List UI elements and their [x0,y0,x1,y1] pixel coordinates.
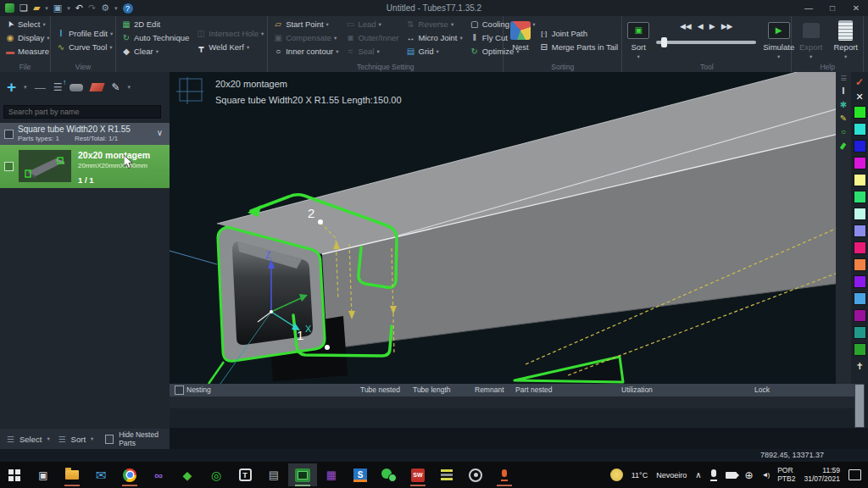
part-group-header[interactable]: Square tube Width20 X R1.55 Parts types:… [0,123,170,145]
palette-color-swatch[interactable] [854,292,866,305]
grid-button[interactable]: ▤Grid▾ [406,46,463,57]
t-app-button[interactable]: T [231,463,259,486]
eraser-icon[interactable] [90,83,105,92]
column-header[interactable]: Utilization [621,385,653,394]
palette-x-icon[interactable]: ✕ [855,92,863,103]
weather-temp[interactable]: 11°C [632,471,648,480]
slider-thumb[interactable] [661,37,667,47]
select-button[interactable]: ➤Select▾ [5,19,49,30]
save-icon[interactable]: ▣ [53,0,62,16]
palette-check-icon[interactable]: ✓ [855,76,864,88]
open-caret-icon[interactable]: ▾ [45,5,48,12]
circle-tool-icon[interactable]: ○ [841,128,846,136]
curve-tool-button[interactable]: ∿Curve Tool▾ [56,42,113,53]
column-header[interactable]: Tube length [413,385,451,394]
hide-nested-checkbox[interactable] [105,435,114,444]
wechat-button[interactable] [375,463,403,486]
part-list-item-selected[interactable]: 20x20 montagem 20mmX20mmX150mm 1 / 1 [0,145,170,188]
help-icon[interactable]: ? [123,3,133,14]
obs-button[interactable] [461,463,490,486]
column-header[interactable]: Lock [754,385,770,394]
sort-parts-button[interactable]: Sort [71,435,86,444]
clear-button[interactable]: ◆Clear▾ [121,46,189,57]
microphone-app-button[interactable] [490,463,519,486]
tube-icon[interactable] [70,84,83,92]
mail-button[interactable]: ✉ [86,463,115,486]
select-parts-button[interactable]: Select [19,435,42,444]
simulation-speed-slider[interactable] [656,41,756,44]
printer-app-button[interactable]: ▤ [259,463,288,486]
step-forward-fast-button[interactable]: ▶▶ [721,22,733,30]
chrome-button[interactable] [115,463,144,486]
green-diamond-app-button[interactable]: ◆ [173,463,202,486]
solidworks-button[interactable]: SW [403,463,432,486]
add-part-button[interactable]: + [7,79,16,96]
task-view-button[interactable]: ▣ [29,463,58,486]
palette-color-swatch[interactable] [854,326,866,339]
edit-caret-icon[interactable]: ▾ [127,84,131,91]
viewport-3d[interactable]: Z X 2 1 20x20 montagem Square tube Width… [170,72,853,384]
minimize-button[interactable]: — [797,0,821,16]
nesting-select-all-checkbox[interactable] [175,385,184,395]
import-list-icon[interactable]: ☰↑ [53,81,63,93]
file-explorer-button[interactable] [58,463,86,486]
action-center-icon[interactable] [849,469,861,480]
undo-icon[interactable]: ↶ [75,0,83,16]
palette-color-swatch[interactable] [854,258,866,271]
tray-expand-icon[interactable]: ∧ [695,470,701,480]
palette-color-swatch[interactable] [854,140,866,152]
remove-part-button[interactable]: — [35,81,46,94]
search-input[interactable] [3,105,161,119]
micro-joint-button[interactable]: ↔Micro Joint▾ [406,32,463,43]
tubest-app-button[interactable] [288,463,317,486]
tray-volume-icon[interactable]: ◄) [762,471,770,479]
step-forward-button[interactable]: ▶ [709,22,715,30]
simulate-button[interactable]: ▶ Simulate ▾ [763,19,794,62]
column-header[interactable]: Remnant [475,385,504,394]
tray-camera-icon[interactable] [726,472,737,479]
pen-tool-icon[interactable]: ✎ [840,114,847,123]
start-button[interactable] [0,463,29,486]
tray-microphone-icon[interactable] [710,469,717,481]
keyboard-language[interactable]: POR PTB2 [777,467,795,484]
palette-color-swatch[interactable] [854,191,866,203]
new-file-icon[interactable]: ❏ [19,0,28,16]
maximize-button[interactable]: □ [821,0,844,16]
palette-color-swatch[interactable] [854,275,866,288]
nest-button[interactable]: Nest [509,19,532,62]
auto-technique-button[interactable]: ↻Auto Technique [121,32,189,43]
s-app-button[interactable]: S [346,463,375,486]
merge-parts-button[interactable]: ⊟Merge Parts in Tail [539,42,619,53]
edit-part-button[interactable]: ✎ [111,81,120,93]
inner-contour-button[interactable]: ○Inner contour▾ [273,46,338,57]
joint-path-button[interactable]: [·]Joint Path [539,28,619,39]
open-folder-icon[interactable]: ▰ [33,0,40,16]
start-point-button[interactable]: ▱Start Point▾ [273,19,338,30]
layers-app-button[interactable] [432,463,461,486]
palette-color-swatch[interactable] [854,241,866,254]
palette-color-swatch[interactable] [854,123,866,136]
profile-edit-button[interactable]: IProfile Edit▾ [56,28,113,39]
settings-gear-icon[interactable]: ⚙ [101,0,109,16]
2d-edit-button[interactable]: ▦2D Edit [121,19,189,30]
palette-color-swatch[interactable] [854,225,866,237]
tray-network-icon[interactable]: ⊕ [745,469,754,481]
display-button[interactable]: ◉Display▾ [5,32,49,43]
palette-color-swatch[interactable] [854,309,866,322]
close-button[interactable]: ✕ [844,0,868,16]
part-checkbox[interactable] [4,162,14,171]
clock[interactable]: 11:59 31/07/2021 [804,467,840,484]
column-header[interactable]: Tube nested [360,385,400,394]
gear-tool-icon[interactable]: ✱ [840,101,847,109]
sort-button[interactable]: ▣ Sort ▾ [627,19,649,62]
cylinder-tool-icon[interactable]: ▮ [839,141,848,150]
save-caret-icon[interactable]: ▾ [67,5,70,12]
palette-color-swatch[interactable] [854,208,866,220]
measure-tool-icon[interactable]: I [843,87,845,96]
scrollbar-thumb[interactable] [855,385,864,427]
step-back-fast-button[interactable]: ◀◀ [680,22,692,30]
figure-icon[interactable]: ✝ [855,361,863,372]
step-back-button[interactable]: ◀ [698,22,704,30]
chevron-down-icon[interactable]: ∨ [157,128,163,137]
measure-button[interactable]: ▬Measure [5,46,49,57]
